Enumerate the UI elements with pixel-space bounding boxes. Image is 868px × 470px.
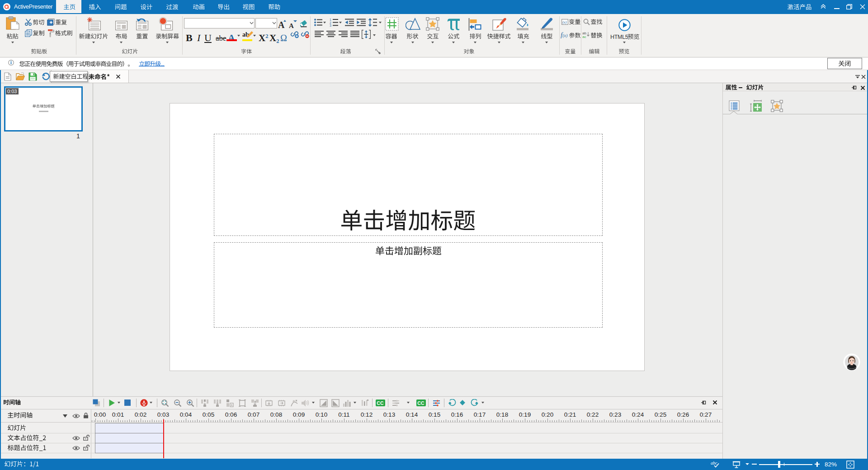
svg-text:3: 3 <box>330 24 331 27</box>
svg-text:(x): (x) <box>562 20 567 24</box>
svg-text:abc: abc <box>711 461 717 465</box>
svg-text:CC: CC <box>417 400 425 406</box>
svg-text:ac: ac <box>582 35 586 38</box>
svg-text:CC: CC <box>377 400 384 406</box>
